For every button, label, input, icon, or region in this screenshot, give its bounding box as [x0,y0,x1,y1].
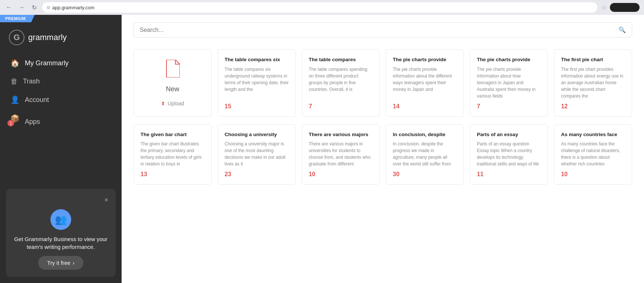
document-card[interactable]: Parts of an essay Parts of an essay ques… [470,124,548,185]
doc-preview: There are various majors in universities… [309,141,373,167]
sidebar-item-label: Trash [23,78,40,85]
doc-title: The first pie chart [561,56,625,63]
doc-title: The pie charts provide [477,56,541,63]
doc-preview: The first pie chart provides information… [561,66,625,99]
sidebar-item-account[interactable]: 👤 Account [4,91,117,109]
promo-icon: 👥 [50,209,71,230]
promo-text: Get Grammarly Business to view your team… [13,235,108,251]
try-it-free-button[interactable]: Try it free › [38,256,83,270]
doc-preview: Parts of an essay question Essay topic W… [477,141,541,167]
document-card[interactable]: The table compares six The table compare… [218,49,296,117]
doc-count: 7 [477,103,541,110]
document-card[interactable]: The first pie chart The first pie chart … [554,49,632,117]
document-card[interactable]: In conclusion, despite In conclusion, de… [386,124,464,185]
forward-button[interactable]: → [17,3,26,12]
new-card-label: New [166,85,179,93]
upload-icon: ⬆ [161,101,165,106]
arrow-icon: › [73,260,75,266]
doc-count: 12 [561,103,625,110]
app-container: PREMIUM G grammarly 🏠 My Grammarly 🗑 Tra… [0,15,644,283]
doc-title: The table compares [309,56,373,63]
doc-preview: The given bar chart illustrates the prim… [141,141,205,167]
doc-preview: The pie charts provide information about… [477,66,541,99]
document-card[interactable]: The pie charts provide The pie charts pr… [386,49,464,117]
bookmark-icon[interactable]: ☆ [601,4,606,11]
doc-preview: In conclusion, despite the progress we m… [393,141,457,167]
new-doc-icon [165,60,180,81]
search-icon: 🔍 [618,26,626,33]
browser-chrome: ← → ↻ ⊙ app.grammarly.com ☆ [0,0,644,15]
doc-preview: The pie charts provide information about… [393,66,457,99]
doc-preview: The table compares six underground railw… [225,66,289,99]
profile-button[interactable] [610,3,640,12]
upload-button[interactable]: ⬆ Upload [161,101,184,106]
docs-grid-row1: New ⬆ Upload The table compares six The … [133,49,632,117]
doc-preview: As many countries face the challenge of … [561,141,625,167]
account-icon: 👤 [10,95,20,104]
document-card[interactable]: The table compares The table compares sp… [302,49,380,117]
promo-header: × [13,196,108,204]
doc-preview: Choosing a university major is one of th… [225,141,289,167]
document-card[interactable]: Choosing a university Choosing a univers… [218,124,296,185]
document-card[interactable]: As many countries face As many countries… [554,124,632,185]
trash-icon: 🗑 [10,77,18,86]
sidebar-item-label: Account [25,96,49,104]
doc-preview: The table compares spending on three dif… [309,66,373,99]
sidebar-item-my-grammarly[interactable]: 🏠 My Grammarly [4,54,117,72]
sidebar-item-apps[interactable]: 📦 2 Apps [4,109,117,134]
url-bar[interactable]: ⊙ app.grammarly.com [42,2,597,13]
main-content: 🔍 New ⬆ Upload The table co [122,15,644,283]
document-card[interactable]: There are various majors There are vario… [302,124,380,185]
doc-count: 11 [477,171,541,178]
doc-count: 10 [561,171,625,178]
doc-title: There are various majors [309,131,373,138]
search-bar[interactable]: 🔍 [133,22,632,37]
doc-count: 10 [309,171,373,178]
document-card[interactable]: The given bar chart The given bar chart … [133,124,212,185]
doc-title: Choosing a university [225,131,289,138]
logo-icon: G [9,30,24,45]
sidebar-item-label: My Grammarly [25,59,69,67]
doc-title: The pie charts provide [393,56,457,63]
back-button[interactable]: ← [4,3,13,12]
new-document-card[interactable]: New ⬆ Upload [133,49,212,117]
doc-count: 15 [225,103,289,110]
promo-card: × 👥 Get Grammarly Business to view your … [6,189,116,277]
sidebar-nav: 🏠 My Grammarly 🗑 Trash 👤 Account 📦 2 App… [0,54,122,134]
logo-text: grammarly [28,33,67,42]
docs-grid-row2: The given bar chart The given bar chart … [133,124,632,185]
url-text: app.grammarly.com [52,5,95,10]
security-icon: ⊙ [47,5,50,10]
doc-title: The table compares six [225,56,289,63]
logo: G grammarly [0,22,122,54]
document-card[interactable]: The pie charts provide The pie charts pr… [470,49,548,117]
doc-count: 14 [393,103,457,110]
doc-title: As many countries face [561,131,625,138]
doc-count: 13 [141,171,205,178]
refresh-button[interactable]: ↻ [30,3,39,12]
doc-title: Parts of an essay [477,131,541,138]
doc-title: The given bar chart [141,131,205,138]
home-icon: 🏠 [10,59,20,68]
doc-count: 23 [225,171,289,178]
premium-badge: PREMIUM [0,15,122,22]
sidebar-item-trash[interactable]: 🗑 Trash [4,73,117,90]
doc-count: 30 [393,171,457,178]
promo-close-button[interactable]: × [104,196,108,204]
search-input[interactable] [140,27,615,33]
doc-title: In conclusion, despite [393,131,457,138]
apps-badge: 2 [7,120,14,126]
sidebar-item-label: Apps [25,118,40,126]
sidebar: PREMIUM G grammarly 🏠 My Grammarly 🗑 Tra… [0,15,122,283]
doc-count: 7 [309,103,373,110]
